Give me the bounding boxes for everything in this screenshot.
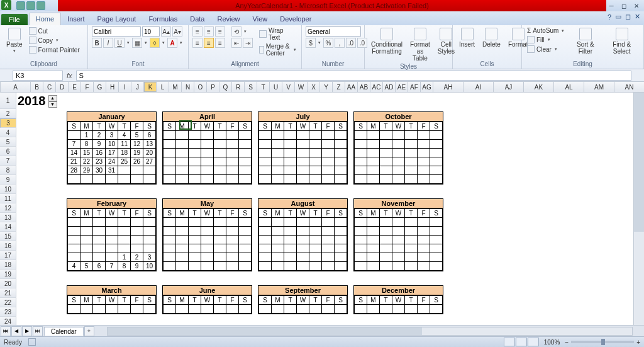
calendar-cell[interactable]: [309, 218, 322, 227]
tab-nav-last[interactable]: ⏭: [33, 326, 43, 336]
calendar-cell[interactable]: [335, 175, 347, 184]
calendar-cell[interactable]: [68, 227, 80, 236]
calendar-cell[interactable]: 1: [80, 131, 93, 140]
calendar-cell[interactable]: [297, 227, 309, 236]
tab-page-layout[interactable]: Page Layout: [91, 13, 143, 25]
calendar-cell[interactable]: 4: [68, 262, 80, 271]
column-header-G[interactable]: G: [94, 82, 106, 92]
calendar-cell[interactable]: [430, 140, 443, 149]
calendar-cell[interactable]: [322, 218, 335, 227]
calendar-cell[interactable]: [164, 131, 176, 140]
calendar-cell[interactable]: [430, 175, 443, 184]
calendar-cell[interactable]: [259, 175, 272, 184]
align-top-button[interactable]: ≡: [192, 26, 203, 37]
calendar-cell[interactable]: [189, 236, 201, 244]
wrap-text-button[interactable]: Wrap Text: [258, 26, 297, 42]
calendar-cell[interactable]: [418, 244, 430, 253]
calendar-cell[interactable]: [131, 305, 143, 314]
calendar-cell[interactable]: 3: [106, 131, 118, 140]
calendar-cell[interactable]: [80, 244, 93, 253]
calendar-cell[interactable]: [335, 140, 347, 149]
calendar-cell[interactable]: [226, 244, 239, 253]
row-header-6[interactable]: 6: [0, 147, 16, 156]
calendar-cell[interactable]: [118, 166, 131, 175]
italic-button[interactable]: I: [103, 38, 113, 48]
calendar-cell[interactable]: [176, 305, 189, 314]
tab-nav-prev[interactable]: ◀: [11, 326, 21, 336]
calendar-cell[interactable]: [189, 218, 201, 227]
column-header-B[interactable]: B: [31, 82, 43, 92]
calendar-cell[interactable]: [239, 140, 252, 149]
calendar-cell[interactable]: [367, 227, 380, 236]
column-header-V[interactable]: V: [282, 82, 295, 92]
calendar-cell[interactable]: 19: [131, 149, 143, 157]
calendar-cell[interactable]: [392, 140, 405, 149]
calendar-cell[interactable]: [335, 227, 347, 236]
calendar-cell[interactable]: 6: [93, 262, 106, 271]
calendar-cell[interactable]: [80, 227, 93, 236]
tab-file[interactable]: File: [1, 14, 28, 25]
calendar-cell[interactable]: [214, 166, 226, 175]
calendar-cell[interactable]: [189, 244, 201, 253]
calendar-cell[interactable]: [335, 305, 347, 314]
calendar-cell[interactable]: [68, 236, 80, 244]
calendar-cell[interactable]: [392, 175, 405, 184]
calendar-cell[interactable]: [272, 175, 284, 184]
calendar-cell[interactable]: 15: [80, 149, 93, 157]
calendar-cell[interactable]: [272, 140, 284, 149]
sheet-tab-calendar[interactable]: Calendar: [44, 327, 84, 336]
align-right-button[interactable]: ≡: [215, 38, 225, 48]
column-header-T[interactable]: T: [257, 82, 270, 92]
calendar-cell[interactable]: 11: [118, 140, 131, 149]
column-header-L[interactable]: L: [157, 82, 169, 92]
tab-data[interactable]: Data: [184, 13, 211, 25]
calendar-cell[interactable]: 25: [118, 157, 131, 166]
calendar-cell[interactable]: [405, 175, 418, 184]
row-header-18[interactable]: 18: [0, 260, 16, 270]
macro-record-icon[interactable]: [28, 338, 36, 346]
calendar-cell[interactable]: 8: [118, 262, 131, 271]
dec-indent-button[interactable]: ⇤: [231, 38, 242, 48]
calendar-cell[interactable]: [322, 227, 335, 236]
calendar-cell[interactable]: [335, 244, 347, 253]
calendar-cell[interactable]: [143, 227, 156, 236]
column-header-AC[interactable]: AC: [370, 82, 383, 92]
calendar-cell[interactable]: [430, 157, 443, 166]
calendar-cell[interactable]: [239, 149, 252, 157]
calendar-cell[interactable]: [239, 262, 252, 271]
window-close-icon[interactable]: ✕: [635, 13, 640, 21]
comma-button[interactable]: ,: [335, 38, 345, 48]
calendar-cell[interactable]: [355, 262, 367, 271]
calendar-cell[interactable]: [272, 236, 284, 244]
fill-color-button[interactable]: ◊: [150, 38, 160, 48]
calendar-cell[interactable]: [309, 244, 322, 253]
column-header-Q[interactable]: Q: [219, 82, 232, 92]
calendar-cell[interactable]: [297, 140, 309, 149]
calendar-cell[interactable]: [131, 236, 143, 244]
calendar-cell[interactable]: [164, 244, 176, 253]
calendar-cell[interactable]: [68, 175, 80, 184]
calendar-cell[interactable]: [80, 305, 93, 314]
calendar-cell[interactable]: [143, 236, 156, 244]
calendar-cell[interactable]: [418, 157, 430, 166]
calendar-cell[interactable]: [214, 149, 226, 157]
calendar-cell[interactable]: [272, 262, 284, 271]
calendar-cell[interactable]: [176, 149, 189, 157]
new-sheet-button[interactable]: ✧: [84, 326, 94, 336]
calendar-cell[interactable]: 9: [93, 140, 106, 149]
inc-decimal-button[interactable]: .0: [346, 38, 356, 48]
calendar-cell[interactable]: [93, 244, 106, 253]
column-header-P[interactable]: P: [207, 82, 219, 92]
calendar-cell[interactable]: [367, 218, 380, 227]
calendar-cell[interactable]: 2: [93, 131, 106, 140]
column-header-AH[interactable]: AH: [433, 82, 464, 92]
calendar-cell[interactable]: [214, 140, 226, 149]
calendar-cell[interactable]: [430, 227, 443, 236]
calendar-cell[interactable]: [239, 227, 252, 236]
delete-cells-button[interactable]: Delete: [480, 26, 503, 49]
calendar-cell[interactable]: [131, 227, 143, 236]
format-painter-button[interactable]: Format Painter: [28, 45, 81, 54]
calendar-cell[interactable]: [164, 218, 176, 227]
calendar-cell[interactable]: [380, 244, 392, 253]
column-header-AM[interactable]: AM: [584, 82, 614, 92]
